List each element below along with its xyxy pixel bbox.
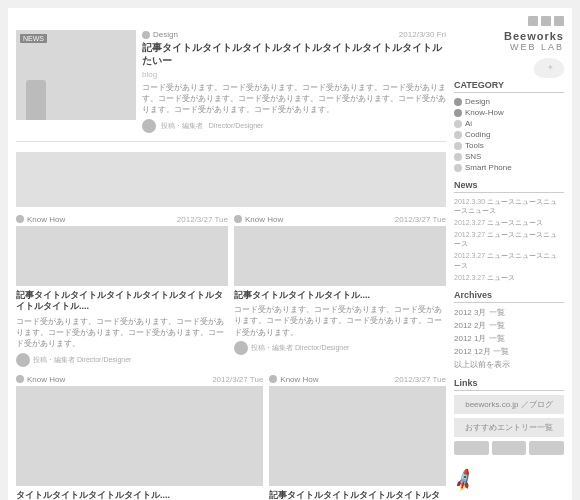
cat-sns-label: SNS [465,152,481,161]
featured-author: 投稿・編集者 Director/Designer [142,119,446,133]
archive-item-2[interactable]: 2012 2月 一覧 [454,320,564,331]
archive-label-3: 2012 1月 一覧 [454,333,505,344]
cat-design-label: Design [465,97,490,106]
news-item-3[interactable]: 2012.3.27 ニュースニュースニュース [454,230,564,248]
news-date-3: 2012.3.27 [454,231,485,238]
post4-header: Know How 2012/3/27 Tue [269,375,446,384]
post2-header: Know How 2012/3/27 Tue [234,215,446,224]
badge-new: NEWS [20,34,47,43]
placeholder-block-1 [16,152,446,207]
posts-row-1: Know How 2012/3/27 Tue 記事タイトルタイトルタイトルタイト… [16,215,446,367]
cat-design[interactable]: Design [454,97,564,106]
cat-design-dot [454,98,462,106]
post1-cat-row: Know How [16,215,65,224]
main-layout: NEWS Design 2012/3/30 Fri 記事タイトルタイトルタイトル… [16,30,564,500]
post4-title[interactable]: 記事タイトルタイトルタイトルタイトルタイトルタイトルタイトルタイトル [269,490,446,501]
site-title: Beeworks [454,30,564,42]
post4-date: 2012/3/27 Tue [395,375,446,384]
news-date-5: 2012.3.27 [454,274,485,281]
archive-label-2: 2012 2月 一覧 [454,320,505,331]
news-item-1[interactable]: 2012.3.30 ニュースニュースニュースニュース [454,197,564,215]
sidebar: Beeworks WEB LAB ✦ CATEGORY Design [454,30,564,500]
post3-header: Know How 2012/3/27 Tue [16,375,263,384]
author-avatar [142,119,156,133]
archive-item-5[interactable]: 以上以前を表示 [454,359,564,370]
news-item-2[interactable]: 2012.3.27 ニュースニュース [454,218,564,227]
site-subtitle: WEB LAB [454,42,564,52]
post-card-2: Know How 2012/3/27 Tue 記事タイトルタイトルタイトル...… [234,215,446,367]
links-box-1[interactable]: beeworks.co.jp ／ブログ [454,395,564,414]
featured-figure [26,80,46,120]
author-name: Director/Designer [209,121,263,128]
post2-title[interactable]: 記事タイトルタイトルタイトル.... [234,290,446,302]
cat-tools[interactable]: Tools [454,141,564,150]
post2-cat-icon [234,215,242,223]
archive-label-5: 以上以前を表示 [454,359,510,370]
cat-smartphone-label: Smart Phone [465,163,512,172]
sidebar-news: News 2012.3.30 ニュースニュースニュースニュース 2012.3.2… [454,180,564,282]
news-text-5: ニュース [487,274,515,281]
post2-image [234,226,446,286]
deco-area: ✦ [454,58,564,78]
post4-cat-icon [269,375,277,383]
archive-label-4: 2012 12月 一覧 [454,346,509,357]
featured-date: 2012/3/30 Fri [399,30,446,39]
links-btn-sns[interactable] [454,441,489,455]
page-wrapper: NEWS Design 2012/3/30 Fri 記事タイトルタイトルタイトル… [0,0,580,500]
links-title: Links [454,378,564,391]
sidebar-archives: Archives 2012 3月 一覧 2012 2月 一覧 2012 1月 一… [454,290,564,370]
post3-category: Know How [27,375,65,384]
featured-tag: blog [142,70,446,79]
archive-item-3[interactable]: 2012 1月 一覧 [454,333,564,344]
posts-row-2: Know How 2012/3/27 Tue タイトルタイトルタイトルタイトル.… [16,375,446,501]
post2-excerpt: コード受があります。コード受があります。コード受があります。コード受があります。… [234,304,446,338]
news-title: News [454,180,564,193]
post2-avatar [234,341,248,355]
page-bg: NEWS Design 2012/3/30 Fri 記事タイトルタイトルタイトル… [8,8,572,500]
cat-knowhow[interactable]: Know-How [454,108,564,117]
news-text-2: ニュースニュース [487,219,543,226]
featured-post-header: Design 2012/3/30 Fri [142,30,446,39]
news-item-4[interactable]: 2012.3.27 ニュースニュースニュース [454,251,564,269]
news-date-4: 2012.3.27 [454,252,485,259]
post4-image [269,386,446,486]
cat-sns-dot [454,153,462,161]
archives-title: Archives [454,290,564,303]
post1-image [16,226,228,286]
cat-smartphone[interactable]: Smart Phone [454,163,564,172]
post-large-left: Know How 2012/3/27 Tue タイトルタイトルタイトルタイトル.… [16,375,263,501]
featured-category-row: Design [142,30,178,39]
category-icon [142,31,150,39]
post1-author: 投稿・編集者 Director/Designer [16,353,228,367]
rocket-decoration: 🚀 [451,467,478,493]
cat-tools-label: Tools [465,141,484,150]
topbar-icon-3[interactable] [554,16,564,26]
archive-item-4[interactable]: 2012 12月 一覧 [454,346,564,357]
post1-header: Know How 2012/3/27 Tue [16,215,228,224]
cat-ai-dot [454,120,462,128]
post1-title[interactable]: 記事タイトルタイトルタイトルタイトルタイトルタイトルタイトル.... [16,290,228,313]
links-buttons-row [454,441,564,455]
news-item-5[interactable]: 2012.3.27 ニュース [454,273,564,282]
archive-item-1[interactable]: 2012 3月 一覧 [454,307,564,318]
links-box-2[interactable]: おすすめエントリー一覧 [454,418,564,437]
links-btn-rss1[interactable] [492,441,527,455]
main-content: NEWS Design 2012/3/30 Fri 記事タイトルタイトルタイトル… [16,30,446,500]
post3-cat-icon [16,375,24,383]
post1-date: 2012/3/27 Tue [177,215,228,224]
cat-ai-label: Ai [465,119,472,128]
links-btn-rss2[interactable] [529,441,564,455]
cat-sns[interactable]: SNS [454,152,564,161]
topbar-icon-2[interactable] [541,16,551,26]
cat-coding[interactable]: Coding [454,130,564,139]
post4-category: Know How [280,375,318,384]
featured-title[interactable]: 記事タイトルタイトルタイトルタイトルタイトルタイトルタイトルたいー [142,41,446,67]
news-date-2: 2012.3.27 [454,219,485,226]
cat-ai[interactable]: Ai [454,119,564,128]
post3-title[interactable]: タイトルタイトルタイトルタイトル.... [16,490,263,501]
featured-category: Design [153,30,178,39]
sidebar-categories: CATEGORY Design Know-How Ai [454,80,564,172]
post-large-right: Know How 2012/3/27 Tue 記事タイトルタイトルタイトルタイト… [269,375,446,501]
topbar-icon-1[interactable] [528,16,538,26]
cat-smartphone-dot [454,164,462,172]
